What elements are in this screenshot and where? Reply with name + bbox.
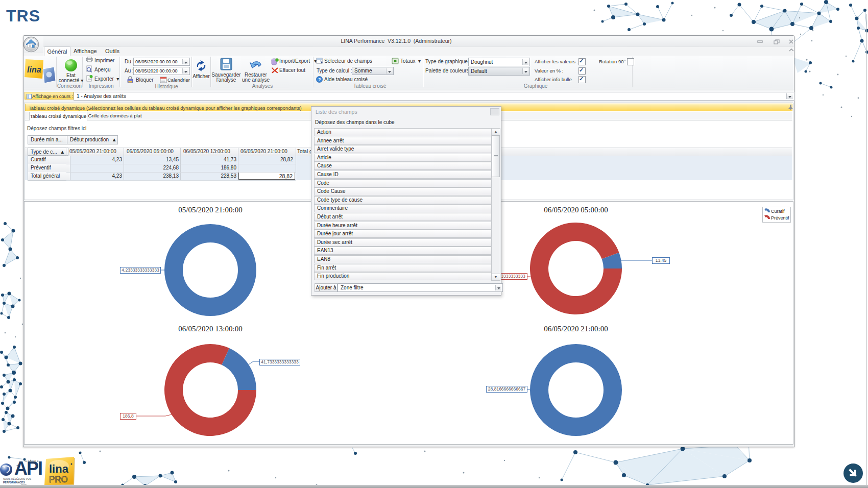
svg-text:lina: lina (49, 462, 69, 475)
svg-text:?: ? (318, 77, 321, 82)
svg-text:lina: lina (27, 65, 41, 74)
svg-text:NOUS RÉVÉLONS VOS: NOUS RÉVÉLONS VOS (3, 477, 32, 480)
svg-text:Groupe: Groupe (25, 459, 39, 462)
svg-text:PRO: PRO (49, 475, 68, 484)
svg-text:PERFORMANCES: PERFORMANCES (3, 481, 25, 484)
